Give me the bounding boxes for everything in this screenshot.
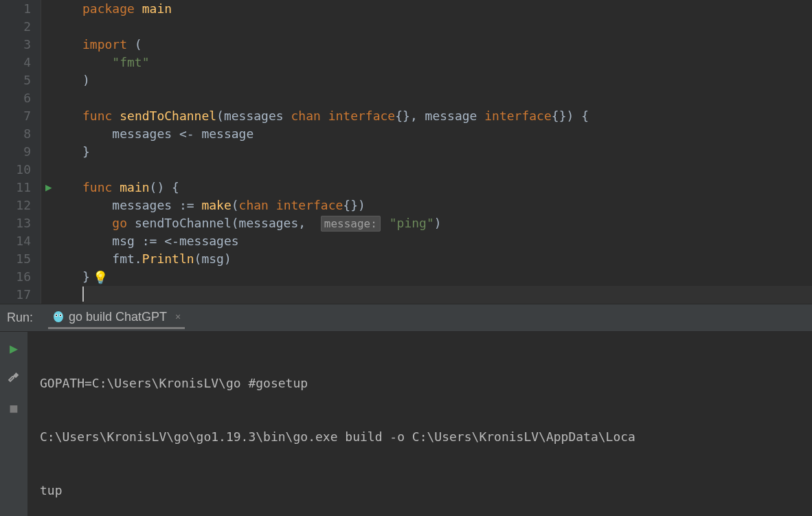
stop-button[interactable]: ■ [10,401,18,415]
func-name: sendToChannel [120,109,216,123]
keyword: func [82,109,112,123]
keyword: import [82,37,127,52]
line-number: 3 [0,36,31,54]
svg-point-0 [54,311,63,322]
line-number: 7 [0,107,31,125]
func-name: main [120,180,149,194]
run-label: Run: [7,311,33,325]
line-number: 5 [0,71,31,89]
code-text: msg := <-messages [112,234,238,248]
keyword: package [82,1,135,16]
run-toolbar: ▶ ■ [0,332,27,516]
code-content[interactable]: package main import ( "fmt" ) func sendT… [41,0,812,304]
string: "fmt" [112,55,149,69]
run-panel: Run: go build ChatGPT × ▶ [0,304,812,516]
line-number: 15 [0,250,31,268]
run-gutter-icon[interactable]: ▶ [45,181,52,194]
keyword: func [82,180,112,194]
run-config-tab[interactable]: go build ChatGPT × [48,307,185,329]
param-hint: message: [321,216,381,232]
punct: } [82,269,90,284]
run-panel-body: ▶ ■ GOPATH=C:\Users\KronisLV\go #gosetup… [0,332,812,516]
output-line: tup [40,482,800,500]
line-number: 4 [0,54,31,71]
line-number: 8 [0,125,31,143]
identifier: main [142,1,172,16]
line-number: 13 [0,214,31,232]
line-number: 1 [0,0,31,18]
string: "ping" [390,216,434,230]
svg-point-3 [56,315,57,316]
punct: ) [82,73,90,87]
line-number: 2 [0,18,31,36]
line-number: 10 [0,161,31,179]
line-number: 12 [0,197,31,214]
code-text: messages <- message [112,126,253,141]
text-cursor [82,287,84,302]
line-number: 11 [0,179,31,197]
run-output[interactable]: GOPATH=C:\Users\KronisLV\go #gosetup C:\… [27,332,812,516]
run-tab-title: go build ChatGPT [69,310,167,324]
svg-point-4 [60,315,61,316]
line-number-gutter: 1 2 3 4 5 6 7 8 9 10 11 12 13 14 15 16 1… [0,0,41,304]
line-number: 17 [0,286,31,304]
line-number: 9 [0,143,31,161]
line-number: 14 [0,232,31,250]
line-number: 6 [0,89,31,107]
rerun-button[interactable]: ▶ [10,340,18,357]
wrench-icon[interactable] [7,370,21,387]
punct: ( [127,37,142,52]
line-number: 16 [0,268,31,286]
output-line: GOPATH=C:\Users\KronisLV\go #gosetup [40,374,800,392]
run-panel-header: Run: go build ChatGPT × [0,304,812,332]
punct: } [82,144,90,159]
code-editor[interactable]: 1 2 3 4 5 6 7 8 9 10 11 12 13 14 15 16 1… [0,0,812,304]
intention-bulb-icon[interactable]: 💡 [93,270,108,284]
output-line: C:\Users\KronisLV\go\go1.19.3\bin\go.exe… [40,428,800,446]
close-tab-icon[interactable]: × [175,311,181,322]
go-gopher-icon [52,311,65,323]
